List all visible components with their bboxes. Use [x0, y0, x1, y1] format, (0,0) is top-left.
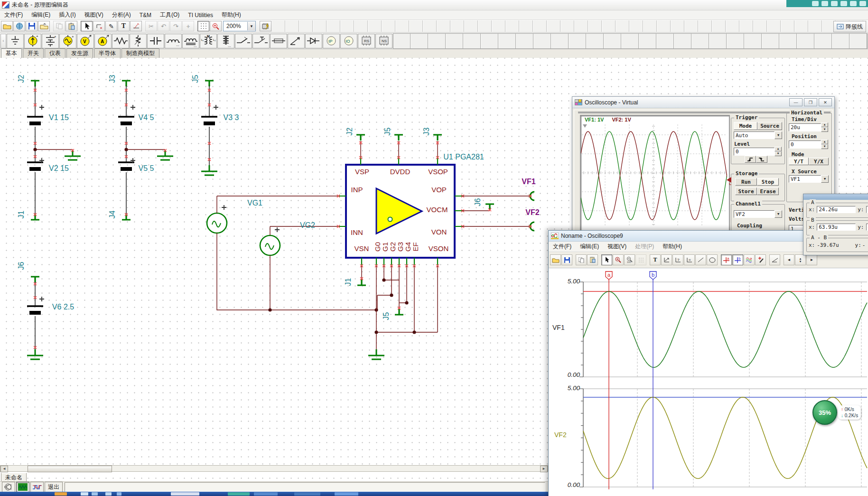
schematic-label-J6[interactable]: J6	[474, 198, 482, 206]
osc9-select-button[interactable]	[601, 254, 612, 265]
schematic-label-VSOP[interactable]: VSOP	[428, 168, 448, 176]
text-tool-button[interactable]: T	[118, 21, 130, 31]
schematic-label-INN[interactable]: INN	[351, 228, 363, 236]
component-tab-发生源[interactable]: 发生源	[66, 48, 93, 58]
taskbar-icon[interactable]	[117, 492, 121, 496]
schematic-label-VF1[interactable]: VF1	[522, 178, 535, 186]
storage-stop-button[interactable]: Stop	[757, 178, 779, 186]
component-ammeter-button[interactable]: A	[94, 34, 112, 48]
cut-button[interactable]: ✂	[145, 21, 157, 31]
schematic-label-G3[interactable]: G3	[396, 242, 404, 252]
osc9-scale-set-button[interactable]: =	[684, 254, 695, 265]
trigger-level-input[interactable]: 0	[734, 148, 775, 156]
open-button[interactable]	[1, 21, 13, 31]
yx-button[interactable]: Y/X	[809, 158, 829, 165]
trigger-marker-icon[interactable]	[725, 177, 733, 185]
component-rs-ic-button[interactable]: RS	[358, 34, 375, 48]
schematic-label-J1[interactable]: J1	[344, 278, 353, 286]
close-button[interactable]: ✕	[819, 98, 832, 106]
component-tab-开关[interactable]: 开关	[23, 48, 44, 58]
schematic-label-J5[interactable]: J5	[383, 128, 392, 136]
position-spinner[interactable]: ▲▼	[821, 140, 828, 149]
component-voltmeter-button[interactable]: V	[77, 34, 94, 48]
channel-select[interactable]: VF2	[734, 210, 775, 218]
menu-item-0[interactable]: 文件(F)	[0, 10, 27, 20]
overlay-icon[interactable]	[859, 1, 866, 6]
schematic-label-EF[interactable]: EF	[411, 242, 420, 251]
osc9-copy-button[interactable]	[576, 254, 587, 265]
taskbar-button[interactable]	[228, 492, 250, 496]
overlay-icon[interactable]	[812, 1, 819, 6]
taskbar-icon[interactable]	[81, 492, 88, 496]
component-fuse-button[interactable]	[270, 34, 287, 48]
grid-toggle-button[interactable]	[197, 21, 209, 31]
schematic-label-VSON[interactable]: VSON	[429, 244, 449, 253]
osc9-tangent-button[interactable]	[769, 254, 780, 265]
component-controlled-source-button[interactable]	[288, 34, 305, 48]
osc9-probe-button[interactable]	[755, 254, 766, 265]
schematic-label-VG1[interactable]: VG1	[247, 199, 262, 207]
schematic-label-G0[interactable]: G0	[373, 242, 382, 252]
osc9-prev-button[interactable]: ◄	[784, 254, 794, 265]
component-tab-半导体[interactable]: 半导体	[94, 48, 121, 58]
timediv-spinner[interactable]: ▲▼	[821, 122, 828, 132]
chevron-down-icon[interactable]: ▼	[247, 22, 255, 30]
schematic-label-V1-15[interactable]: V1 15	[49, 113, 69, 122]
schematic-label-G4[interactable]: G4	[404, 242, 412, 252]
component-diode-button[interactable]	[305, 34, 322, 48]
osc9-zoom-in-button[interactable]	[613, 254, 624, 265]
menu-item-1[interactable]: 编辑(E)	[27, 10, 55, 20]
speed-badge[interactable]: 35%	[812, 400, 837, 425]
schematic-label-V2-15[interactable]: V2 15	[49, 164, 69, 173]
component-switch-button[interactable]	[235, 34, 252, 48]
taskbar-icon[interactable]	[92, 492, 98, 496]
menu-item-4[interactable]: 帮助(H)	[658, 242, 686, 252]
wire-delete-button[interactable]	[130, 21, 142, 31]
schematic-label-J2[interactable]: J2	[17, 75, 26, 83]
schematic-label-VF2[interactable]: VF2	[525, 208, 539, 217]
chevron-down-icon[interactable]: ▼	[775, 131, 782, 139]
schematic-label-INP[interactable]: INP	[351, 186, 363, 194]
pencil-tool-button[interactable]: ✎	[105, 21, 117, 31]
schematic-label-G1[interactable]: G1	[381, 242, 389, 252]
osc9-spinner[interactable]: ▲▼	[795, 254, 806, 265]
osc9-open-button[interactable]	[550, 254, 561, 265]
cursor-values-panel[interactable]: A x: 24.26u y: 4. B x: 63.93u y: 4. A - …	[803, 194, 868, 255]
trigger-rising-edge-button[interactable]	[745, 156, 756, 163]
chevron-down-icon[interactable]: ▼	[775, 210, 782, 218]
component-ground-button[interactable]	[7, 34, 24, 48]
collapse-handle[interactable]: ‹	[0, 34, 6, 48]
component-inductor-button[interactable]: ...	[165, 34, 182, 48]
menu-item-6[interactable]: 工具(O)	[156, 10, 184, 20]
schematic-label-VON[interactable]: VON	[431, 228, 447, 236]
yt-button[interactable]: Y/T	[789, 158, 809, 165]
copy-button[interactable]	[53, 21, 65, 31]
schematic-label-VSP[interactable]: VSP	[355, 168, 369, 176]
position-input[interactable]: 0	[789, 140, 821, 149]
component-potentiometer-button[interactable]	[130, 34, 147, 48]
trigger-mode-select[interactable]: Auto	[734, 131, 775, 139]
export-button[interactable]	[38, 21, 50, 31]
menu-item-5[interactable]: T&M	[135, 11, 156, 19]
component-relay-switch-button[interactable]	[252, 34, 270, 48]
osc9-grid-button[interactable]	[635, 254, 646, 265]
interactive-mode-button[interactable]	[260, 21, 271, 31]
storage-erase-button[interactable]: Erase	[757, 187, 779, 195]
select-tool-button[interactable]	[81, 21, 93, 31]
menu-item-8[interactable]: 帮助(H)	[217, 10, 245, 20]
schematic-label-V5-5[interactable]: V5 5	[139, 164, 154, 173]
minimize-button[interactable]: —	[789, 98, 803, 106]
overlay-icon[interactable]	[840, 1, 847, 6]
menu-item-1[interactable]: 编辑(E)	[576, 242, 603, 252]
dock-lines-button[interactable]: 降簇线	[833, 21, 866, 32]
schematic-label-DVDD[interactable]: DVDD	[390, 168, 411, 176]
schematic-label-J3[interactable]: J3	[422, 128, 431, 136]
origin-tool-button[interactable]: +	[182, 21, 194, 31]
component-current-source-button[interactable]: +	[24, 34, 41, 48]
taskbar-button[interactable]	[335, 492, 358, 496]
component-transformer-button[interactable]: ...	[217, 34, 234, 48]
taskbar-button[interactable]	[294, 492, 320, 496]
component-resistor-button[interactable]	[112, 34, 129, 48]
component-coupled-inductors-button[interactable]: ML₁L₂	[200, 34, 217, 48]
timediv-input[interactable]: 20u	[789, 123, 821, 131]
